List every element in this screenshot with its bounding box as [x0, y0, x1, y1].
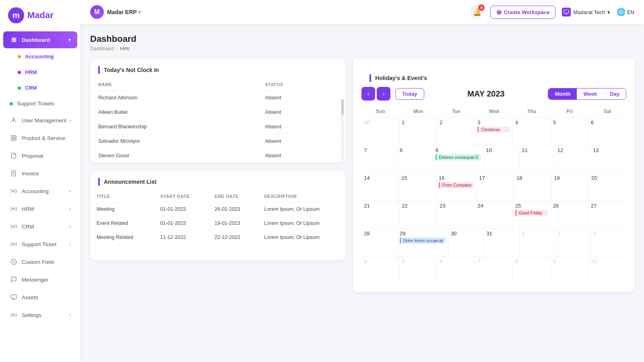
sidebar-item-crm2[interactable]: CRM ›: [3, 218, 77, 235]
notification-bell[interactable]: 🔔 8: [470, 5, 484, 19]
cal-day[interactable]: 20: [589, 173, 626, 201]
cal-day[interactable]: 9: [551, 257, 588, 284]
cal-next-button[interactable]: ›: [377, 87, 390, 101]
cal-day[interactable]: 14: [361, 173, 399, 201]
cal-day[interactable]: 6: [437, 257, 475, 284]
cal-view-week[interactable]: Week: [577, 88, 603, 99]
cal-event[interactable]: Dolor lorem occaecat: [400, 237, 446, 244]
cal-day[interactable]: 7: [361, 146, 397, 173]
cal-day[interactable]: 10: [484, 146, 520, 173]
sidebar-item-custom-field[interactable]: Custom Field: [3, 253, 77, 270]
sidebar-item-invoice[interactable]: Invoice: [3, 165, 77, 182]
cal-day[interactable]: 28: [361, 229, 397, 256]
messenger-icon: [10, 276, 18, 284]
cal-event[interactable]: Christmas: [477, 126, 510, 133]
cal-day[interactable]: 8: [397, 146, 433, 173]
cal-day[interactable]: 30: [361, 118, 399, 145]
sidebar-item-hrm2[interactable]: HRM ›: [3, 200, 77, 217]
day-number: 29: [400, 230, 446, 237]
chevron-icon: ›: [69, 313, 71, 317]
table-row: Steven GoodAbsent: [90, 148, 345, 163]
cal-day[interactable]: 11: [519, 146, 555, 173]
cal-day[interactable]: 21: [361, 201, 399, 228]
sidebar-item-messenger[interactable]: Messenger: [3, 271, 77, 288]
language-selector[interactable]: 🌐 EN: [617, 8, 634, 16]
cal-month-title: MAY 2023: [429, 89, 543, 99]
cal-day[interactable]: 30: [448, 229, 484, 256]
cal-day[interactable]: 5: [551, 118, 588, 145]
sidebar-item-dashboard[interactable]: ⊞ Dashboard ▾: [3, 31, 77, 48]
sidebar-item-assets[interactable]: Assets: [3, 289, 77, 306]
cal-day[interactable]: 24: [475, 201, 513, 228]
cal-day[interactable]: 7: [475, 257, 513, 284]
create-workspace-button[interactable]: ⊕ Create Workspace: [490, 6, 555, 19]
sidebar-item-label: Accounting: [22, 188, 49, 194]
cal-day[interactable]: 31: [484, 229, 519, 256]
content-grid: Today's Not Clock In NAME STATUS Richard…: [90, 59, 634, 292]
ann-col-start: START DATE: [154, 191, 208, 202]
page-title: Dashboard: [90, 34, 634, 44]
sidebar-item-label: Messenger: [22, 277, 49, 283]
cal-day[interactable]: 6: [588, 118, 626, 145]
sidebar-item-label: Accounting: [25, 53, 54, 60]
day-number: 16: [439, 175, 474, 181]
cal-day[interactable]: 8: [513, 257, 551, 284]
chevron-icon: ›: [69, 118, 71, 123]
sidebar-item-accounting2[interactable]: Accounting ›: [3, 183, 77, 200]
sidebar-item-support[interactable]: Support Tickets: [3, 96, 77, 111]
cal-day[interactable]: 1: [520, 229, 555, 256]
cal-prev-button[interactable]: ‹: [361, 87, 375, 101]
cal-today-button[interactable]: Today: [395, 88, 424, 100]
cal-day[interactable]: 5: [399, 257, 437, 284]
cal-day[interactable]: 25Good Friday: [513, 201, 551, 228]
table-row: Salvador McintyreAbsent: [90, 134, 345, 148]
user-mgmt-icon: [10, 116, 18, 124]
cal-day[interactable]: 15: [399, 173, 436, 201]
company-selector[interactable]: Madarat Tech ▾: [562, 8, 610, 16]
cal-day[interactable]: 13: [590, 146, 626, 173]
topbar-app-dropdown[interactable]: ▾: [138, 9, 141, 15]
sidebar-item-proposal[interactable]: Proposal: [3, 147, 77, 164]
cal-day[interactable]: 26: [551, 201, 588, 228]
sidebar-item-label: Product & Service: [22, 135, 65, 141]
sidebar-item-hrm-sub[interactable]: HRM: [3, 65, 77, 80]
cal-day[interactable]: 18: [514, 173, 551, 201]
cal-day[interactable]: 2: [437, 118, 475, 145]
chevron-icon: ▾: [68, 37, 71, 43]
cal-view-month[interactable]: Month: [548, 88, 577, 99]
day-number: 30: [451, 230, 481, 237]
sidebar-item-product[interactable]: Product & Service: [3, 130, 77, 146]
cal-day[interactable]: 17: [477, 173, 514, 201]
cal-event[interactable]: Dolores consequat D: [436, 154, 481, 160]
sidebar-item-user-mgmt[interactable]: User Management ›: [3, 112, 77, 129]
cal-day[interactable]: 22: [399, 201, 437, 228]
cal-day[interactable]: 1: [399, 118, 437, 145]
cal-day[interactable]: 4: [361, 257, 399, 284]
cal-day[interactable]: 12: [555, 146, 591, 173]
cal-day[interactable]: 16From Company: [436, 173, 477, 201]
sidebar-item-settings[interactable]: Settings ›: [3, 306, 77, 323]
cal-day[interactable]: 23: [437, 201, 475, 228]
sidebar-item-accounting[interactable]: Accounting: [3, 49, 77, 64]
cal-day[interactable]: 2: [555, 229, 590, 256]
cal-view-day[interactable]: Day: [603, 88, 626, 99]
cal-event[interactable]: From Company: [439, 182, 474, 188]
cal-event[interactable]: Good Friday: [515, 210, 548, 216]
clock-in-scroll[interactable]: NAME STATUS Richard AtkinsonAbsentAileen…: [90, 79, 345, 162]
svg-rect-4: [14, 138, 16, 140]
clock-in-title: Today's Not Clock In: [90, 59, 345, 79]
cal-day[interactable]: 29Dolor lorem occaecat: [397, 229, 448, 256]
cal-day[interactable]: 19: [551, 173, 589, 201]
cal-day[interactable]: 4: [513, 118, 551, 145]
create-workspace-label: Create Workspace: [504, 9, 549, 15]
sidebar-item-crm-sub[interactable]: CRM: [3, 80, 77, 95]
svg-rect-1: [11, 136, 13, 138]
employee-status: Absent: [257, 119, 345, 134]
cal-day[interactable]: 27: [588, 201, 626, 228]
cal-day[interactable]: 3Christmas: [475, 118, 513, 145]
cal-day[interactable]: 9Dolores consequat D: [433, 146, 484, 173]
sidebar-item-support-ticket[interactable]: Support Ticket ›: [3, 236, 77, 253]
cal-day[interactable]: 3: [591, 229, 626, 256]
ann-start: 11-12-2022: [154, 230, 208, 245]
cal-day[interactable]: 10: [588, 257, 626, 284]
